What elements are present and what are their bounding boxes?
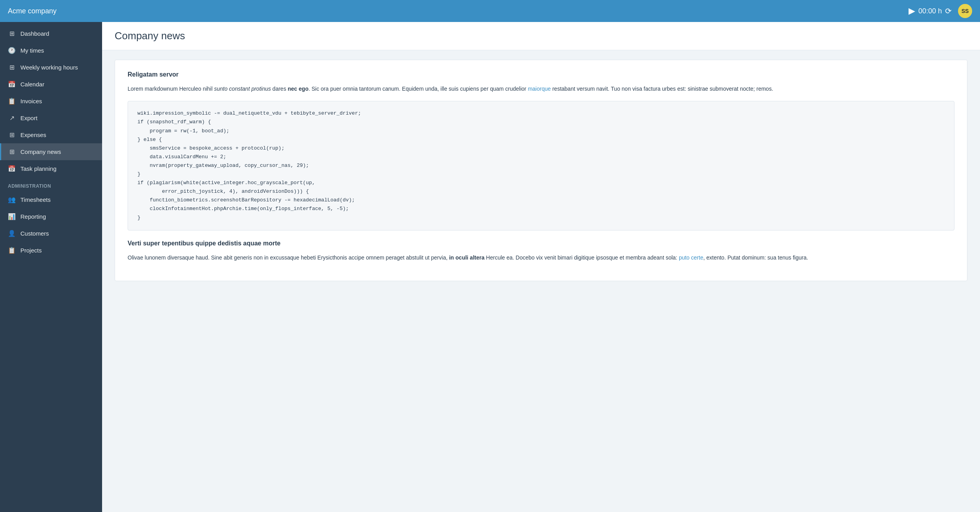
topbar-right: ▶ 00:00 h ⟳ SS — [909, 4, 972, 18]
projects-icon: 📋 — [8, 247, 16, 254]
sidebar-label-projects: Projects — [20, 247, 42, 254]
sidebar-label-weekly: Weekly working hours — [20, 64, 78, 71]
article1-link[interactable]: maiorque — [528, 86, 550, 92]
article1-text4: restabant versum navit. Tuo non visa fac… — [551, 86, 773, 92]
article2-heading: Verti super tepentibus quippe dedistis a… — [128, 240, 954, 247]
timer-display: 00:00 h — [918, 7, 942, 15]
company-news-icon: ⊞ — [8, 148, 16, 155]
article1-text1: Lorem markdownum Herculeo nihil — [128, 86, 214, 92]
article1-bold: nec ego — [288, 86, 309, 92]
sidebar-label-task-planning: Task planning — [20, 165, 57, 172]
sidebar-item-invoices[interactable]: 📋 Invoices — [0, 93, 102, 110]
sidebar-label-customers: Customers — [20, 230, 49, 237]
sidebar-label-calendar: Calendar — [20, 81, 44, 88]
sidebar-label-my-times: My times — [20, 47, 44, 54]
sidebar-label-invoices: Invoices — [20, 98, 42, 104]
article1-text2: dares — [271, 86, 288, 92]
topbar: Acme company ▶ 00:00 h ⟳ SS — [0, 0, 980, 22]
article1-heading: Religatam servor — [128, 71, 954, 78]
page-header: Company news — [102, 22, 980, 50]
article2-bold: in oculi altera — [449, 254, 485, 261]
dashboard-icon: ⊞ — [8, 30, 16, 37]
sidebar: ⊞ Dashboard 🕐 My times ⊞ Weekly working … — [0, 22, 102, 512]
app-brand: Acme company — [8, 7, 57, 15]
customers-icon: 👤 — [8, 230, 16, 237]
article2-text3: , extento. Putat dominum: sua tenus figu… — [703, 254, 808, 261]
content-area: Religatam servor Lorem markdownum Hercul… — [102, 50, 980, 291]
main-content: Company news Religatam servor Lorem mark… — [102, 22, 980, 512]
sidebar-item-task-planning[interactable]: 📅 Task planning — [0, 160, 102, 177]
avatar[interactable]: SS — [958, 4, 972, 18]
sidebar-label-export: Export — [20, 115, 37, 121]
expenses-icon: ⊞ — [8, 131, 16, 139]
sidebar-item-calendar[interactable]: 📅 Calendar — [0, 76, 102, 93]
news-card: Religatam servor Lorem markdownum Hercul… — [115, 60, 967, 281]
task-planning-icon: 📅 — [8, 165, 16, 172]
sidebar-label-timesheets: Timesheets — [20, 196, 51, 203]
sidebar-label-dashboard: Dashboard — [20, 30, 49, 37]
sidebar-item-projects[interactable]: 📋 Projects — [0, 242, 102, 259]
timer-refresh-button[interactable]: ⟳ — [945, 6, 952, 16]
invoices-icon: 📋 — [8, 97, 16, 105]
article2-paragraph: Olivae lunonem diversaque haud. Sine abi… — [128, 253, 954, 262]
article1-paragraph: Lorem markdownum Herculeo nihil sunto co… — [128, 84, 954, 93]
timesheets-icon: 👥 — [8, 196, 16, 203]
sidebar-item-customers[interactable]: 👤 Customers — [0, 225, 102, 242]
my-times-icon: 🕐 — [8, 47, 16, 54]
page-title: Company news — [115, 30, 967, 42]
topbar-left: Acme company — [8, 7, 57, 15]
reporting-icon: 📊 — [8, 213, 16, 220]
article2-link[interactable]: puto certe — [679, 254, 703, 261]
app-body: ⊞ Dashboard 🕐 My times ⊞ Weekly working … — [0, 22, 980, 512]
article1-code: wiki.impression_symbolic -= dual_netique… — [128, 101, 954, 230]
sidebar-item-expenses[interactable]: ⊞ Expenses — [0, 126, 102, 143]
sidebar-label-company-news: Company news — [20, 148, 61, 155]
sidebar-item-timesheets[interactable]: 👥 Timesheets — [0, 191, 102, 208]
sidebar-item-company-news[interactable]: ⊞ Company news — [0, 143, 102, 160]
article2-text1: Olivae lunonem diversaque haud. Sine abi… — [128, 254, 449, 261]
sidebar-item-my-times[interactable]: 🕐 My times — [0, 42, 102, 59]
article1-italic: sunto constant protinus — [214, 86, 271, 92]
weekly-hours-icon: ⊞ — [8, 64, 16, 71]
sidebar-item-export[interactable]: ↗ Export — [0, 110, 102, 126]
article1-text3: . Sic ora puer omnia tantorum canum. Equ… — [309, 86, 528, 92]
admin-section-header: Administration — [0, 177, 102, 191]
sidebar-item-weekly-working-hours[interactable]: ⊞ Weekly working hours — [0, 59, 102, 76]
sidebar-label-reporting: Reporting — [20, 213, 46, 220]
sidebar-item-dashboard[interactable]: ⊞ Dashboard — [0, 25, 102, 42]
export-icon: ↗ — [8, 114, 16, 122]
timer-play-button[interactable]: ▶ — [909, 6, 915, 16]
calendar-icon: 📅 — [8, 80, 16, 88]
article2-text2: Hercule ea. Docebo vix venit bimari digi… — [485, 254, 679, 261]
sidebar-label-expenses: Expenses — [20, 132, 46, 138]
sidebar-item-reporting[interactable]: 📊 Reporting — [0, 208, 102, 225]
timer-area: ▶ 00:00 h ⟳ — [909, 6, 952, 16]
